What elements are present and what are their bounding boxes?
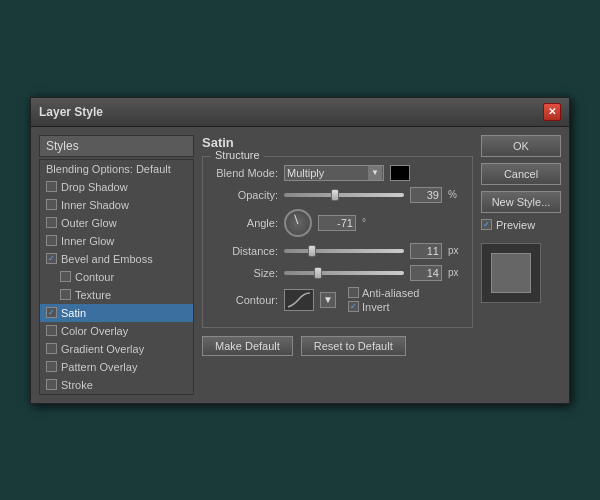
contour-label: Contour: [213,294,278,306]
size-unit: px [448,267,462,278]
action-buttons: OK Cancel New Style... Preview [481,135,561,395]
distance-label: Distance: [213,245,278,257]
invert-checkbox-label[interactable]: Invert [348,301,419,313]
invert-label: Invert [362,301,390,313]
angle-input[interactable] [318,215,356,231]
checkbox-gradient-overlay[interactable] [46,343,57,354]
checkbox-contour[interactable] [60,271,71,282]
checkbox-satin[interactable] [46,307,57,318]
sidebar-label-blending-options: Blending Options: Default [46,163,171,175]
size-slider-thumb[interactable] [314,267,322,279]
bottom-buttons: Make Default Reset to Default [202,336,473,356]
preview-inner [491,253,531,293]
opacity-slider-thumb[interactable] [331,189,339,201]
sidebar-item-blending-options[interactable]: Blending Options: Default [40,160,193,178]
sidebar-item-pattern-overlay[interactable]: Pattern Overlay [40,358,193,376]
sidebar-label-texture: Texture [75,289,111,301]
size-row: Size: px [213,265,462,281]
close-button[interactable]: ✕ [543,103,561,121]
checkbox-inner-shadow[interactable] [46,199,57,210]
preview-label: Preview [496,219,535,231]
left-panel: Styles Blending Options: DefaultDrop Sha… [39,135,194,395]
sidebar-item-outer-glow[interactable]: Outer Glow [40,214,193,232]
sidebar-item-bevel-emboss[interactable]: Bevel and Emboss [40,250,193,268]
blend-mode-select[interactable]: Multiply [284,165,384,181]
sidebar-item-drop-shadow[interactable]: Drop Shadow [40,178,193,196]
sidebar-label-bevel-emboss: Bevel and Emboss [61,253,153,265]
distance-unit: px [448,245,462,256]
sidebar-item-inner-shadow[interactable]: Inner Shadow [40,196,193,214]
distance-slider-thumb[interactable] [308,245,316,257]
preview-checkbox-label[interactable]: Preview [481,219,561,231]
angle-label: Angle: [213,217,278,229]
angle-unit: ° [362,217,376,228]
opacity-label: Opacity: [213,189,278,201]
blend-mode-label: Blend Mode: [213,167,278,179]
size-label: Size: [213,267,278,279]
opacity-input[interactable] [410,187,442,203]
blend-mode-color-swatch[interactable] [390,165,410,181]
main-panel: Satin Structure Blend Mode: Multiply ▼ [202,135,473,395]
angle-needle [294,214,298,224]
dialog-body: Styles Blending Options: DefaultDrop Sha… [31,127,569,403]
checkbox-pattern-overlay[interactable] [46,361,57,372]
checkbox-texture[interactable] [60,289,71,300]
sidebar-label-pattern-overlay: Pattern Overlay [61,361,137,373]
invert-checkbox[interactable] [348,301,359,312]
sidebar-item-color-overlay[interactable]: Color Overlay [40,322,193,340]
preview-checkbox[interactable] [481,219,492,230]
sidebar-label-gradient-overlay: Gradient Overlay [61,343,144,355]
distance-input[interactable] [410,243,442,259]
size-slider-track[interactable] [284,271,404,275]
styles-header: Styles [39,135,194,157]
contour-svg [286,291,312,309]
opacity-slider-track[interactable] [284,193,404,197]
sidebar-label-satin: Satin [61,307,86,319]
opacity-row: Opacity: % [213,187,462,203]
angle-dial[interactable] [284,209,312,237]
checkbox-color-overlay[interactable] [46,325,57,336]
sidebar-item-satin[interactable]: Satin [40,304,193,322]
blend-mode-row: Blend Mode: Multiply ▼ [213,165,462,181]
checkbox-drop-shadow[interactable] [46,181,57,192]
distance-row: Distance: px [213,243,462,259]
sidebar-item-inner-glow[interactable]: Inner Glow [40,232,193,250]
structure-group: Structure Blend Mode: Multiply ▼ [202,156,473,328]
anti-aliased-checkbox[interactable] [348,287,359,298]
make-default-button[interactable]: Make Default [202,336,293,356]
checkbox-bevel-emboss[interactable] [46,253,57,264]
sidebar-label-contour: Contour [75,271,114,283]
sidebar-item-texture[interactable]: Texture [40,286,193,304]
contour-preview[interactable] [284,289,314,311]
sidebar-item-contour[interactable]: Contour [40,268,193,286]
sidebar-item-stroke[interactable]: Stroke [40,376,193,394]
anti-aliased-checkbox-label[interactable]: Anti-aliased [348,287,419,299]
preview-box [481,243,541,303]
sidebar-label-outer-glow: Outer Glow [61,217,117,229]
distance-slider-track[interactable] [284,249,404,253]
blend-mode-dropdown-wrapper: Multiply ▼ [284,165,384,181]
size-input[interactable] [410,265,442,281]
contour-dropdown-btn[interactable]: ▼ [320,292,336,308]
reset-default-button[interactable]: Reset to Default [301,336,406,356]
ok-button[interactable]: OK [481,135,561,157]
content-area: Satin Structure Blend Mode: Multiply ▼ [202,135,561,395]
anti-aliased-label: Anti-aliased [362,287,419,299]
sidebar-label-stroke: Stroke [61,379,93,391]
left-list: Blending Options: DefaultDrop ShadowInne… [39,159,194,395]
sidebar-label-inner-shadow: Inner Shadow [61,199,129,211]
title-bar: Layer Style ✕ [31,98,569,127]
sidebar-label-color-overlay: Color Overlay [61,325,128,337]
checkbox-stroke[interactable] [46,379,57,390]
sidebar-label-inner-glow: Inner Glow [61,235,114,247]
checkbox-inner-glow[interactable] [46,235,57,246]
dialog-title: Layer Style [39,105,103,119]
cancel-button[interactable]: Cancel [481,163,561,185]
panel-title: Satin [202,135,473,150]
angle-row: Angle: ° [213,209,462,237]
group-label: Structure [211,149,264,161]
sidebar-label-drop-shadow: Drop Shadow [61,181,128,193]
checkbox-outer-glow[interactable] [46,217,57,228]
new-style-button[interactable]: New Style... [481,191,561,213]
sidebar-item-gradient-overlay[interactable]: Gradient Overlay [40,340,193,358]
